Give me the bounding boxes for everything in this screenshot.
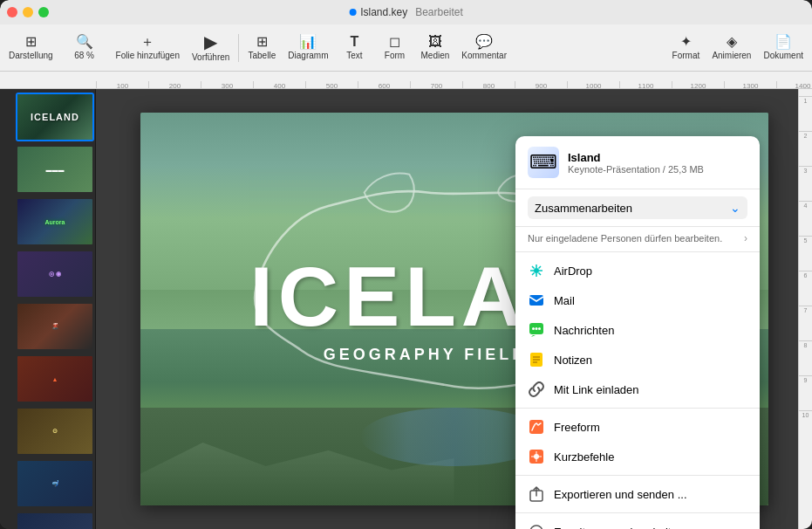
- vorfuehren-label: Vorführen: [192, 52, 229, 62]
- toolbar-tabelle[interactable]: ⊞ Tabelle: [242, 28, 281, 68]
- animieren-label: Animieren: [712, 51, 751, 60]
- svg-point-5: [538, 327, 541, 330]
- mit-link-icon: [528, 381, 545, 398]
- slide-preview-9: ●: [16, 512, 94, 529]
- toolbar-folie-hinzufuegen[interactable]: ＋ Folie hinzufügen: [111, 28, 185, 68]
- slide-thumb-1[interactable]: 1 ICELAND: [3, 93, 92, 141]
- ruler-mark: 700: [410, 81, 462, 88]
- svg-point-3: [532, 327, 535, 330]
- format-icon: ✦: [680, 35, 692, 49]
- darstellung-label: Darstellung: [9, 51, 53, 60]
- svg-point-4: [536, 327, 538, 330]
- toolbar-diagramm[interactable]: 📊 Diagramm: [283, 28, 333, 68]
- dokument-label: Dokument: [763, 51, 803, 60]
- notice-chevron-icon: ›: [744, 232, 747, 244]
- toolbar-dokument[interactable]: 📄 Dokument: [758, 28, 809, 68]
- menu-item-erweiterungen[interactable]: Erweiterungen bearbeiten ...: [515, 517, 760, 529]
- menu-divider-2: [515, 475, 760, 476]
- share-dropdown: ⌨ Island Keynote-Präsentation / 25,3 MB …: [515, 136, 760, 529]
- exportieren-icon: [528, 485, 545, 503]
- mail-label: Mail: [554, 294, 575, 307]
- toolbar-vorfuehren[interactable]: ▶ Vorführen: [187, 28, 235, 68]
- kurzbefehle-label: Kurzbefehle: [554, 450, 614, 464]
- file-name: Island.key: [360, 6, 407, 18]
- ruler-mark: 900: [515, 81, 567, 88]
- tabelle-icon: ⊞: [256, 35, 268, 49]
- ruler-mark: 1100: [619, 81, 672, 88]
- close-button[interactable]: [7, 7, 17, 17]
- exportieren-label: Exportieren und senden ...: [554, 488, 687, 501]
- freeform-label: Freeform: [554, 421, 600, 434]
- ruler-mark: 1400: [776, 81, 812, 88]
- menu-item-airdrop[interactable]: AirDrop: [515, 256, 760, 285]
- main-area: 1 ICELAND 2 ▬▬▬ 3 Aurora: [0, 89, 812, 529]
- ruler-mark: 1000: [567, 81, 619, 88]
- slide-preview-8: 🤿: [16, 459, 94, 508]
- traffic-lights: [7, 7, 49, 17]
- svg-rect-7: [529, 420, 543, 434]
- collab-chevron-icon: ⌄: [730, 201, 740, 215]
- zoomen-icon: 🔍: [76, 35, 93, 49]
- svg-point-9: [534, 454, 539, 459]
- slide-thumb-5[interactable]: 5 🌋: [3, 302, 92, 351]
- darstellung-icon: ⊞: [25, 35, 37, 49]
- slide-thumb-6[interactable]: 6 ▲: [3, 354, 92, 403]
- airdrop-label: AirDrop: [554, 264, 592, 278]
- file-name-label: Island: [568, 151, 747, 164]
- toolbar-format[interactable]: ✦ Format: [666, 28, 705, 68]
- notizen-icon: [528, 351, 545, 368]
- menu-item-nachrichten[interactable]: Nachrichten: [515, 315, 760, 345]
- form-icon: ◻: [389, 35, 400, 49]
- menu-item-exportieren[interactable]: Exportieren und senden ...: [515, 479, 760, 509]
- toolbar-zoomen[interactable]: 🔍 68 %: [60, 28, 109, 68]
- slide-preview-2: ▬▬▬: [16, 145, 94, 194]
- kommentar-icon: 💬: [475, 35, 493, 49]
- svg-point-11: [530, 526, 542, 529]
- menu-item-notizen[interactable]: Notizen: [515, 345, 760, 374]
- slide-thumb-2[interactable]: 2 ▬▬▬: [3, 145, 92, 194]
- slide-thumb-8[interactable]: 8 🤿: [3, 459, 92, 508]
- erweiterungen-label: Erweiterungen bearbeiten ...: [554, 526, 696, 530]
- toolbar-text[interactable]: T Text: [335, 28, 373, 68]
- menu-item-mail[interactable]: Mail: [515, 285, 760, 315]
- toolbar-animieren[interactable]: ◈ Animieren: [706, 28, 756, 68]
- maximize-button[interactable]: [38, 7, 49, 17]
- toolbar: ⊞ Darstellung 🔍 68 % ＋ Folie hinzufügen …: [0, 24, 812, 72]
- medien-icon: 🖼: [428, 35, 442, 49]
- slide-thumb-4[interactable]: 4 ◎ ◉: [3, 250, 92, 299]
- kurzbefehle-icon: [528, 448, 545, 465]
- kommentar-label: Kommentar: [461, 51, 507, 60]
- toolbar-form[interactable]: ◻ Form: [375, 28, 413, 68]
- zoom-label: 68 %: [74, 51, 94, 60]
- ruler-mark: 800: [462, 81, 515, 88]
- notice-text: Nur eingeladene Personen dürfen bearbeit…: [528, 233, 722, 244]
- slide-thumb-3[interactable]: 3 Aurora: [3, 197, 92, 246]
- collab-row: Zusammenarbeiten ⌄: [515, 189, 760, 227]
- vorfuehren-icon: ▶: [204, 33, 217, 51]
- medien-label: Medien: [420, 51, 449, 60]
- text-label: Text: [346, 51, 362, 60]
- menu-divider-1: [515, 408, 760, 409]
- ruler-mark: 200: [148, 81, 201, 88]
- slide-preview-7: ⊙: [16, 407, 94, 456]
- ruler-mark: 300: [201, 81, 253, 88]
- edit-status: Bearbeitet: [415, 6, 463, 18]
- minimize-button[interactable]: [23, 7, 33, 17]
- toolbar-kommentar[interactable]: 💬 Kommentar: [456, 28, 512, 68]
- menu-notice[interactable]: Nur eingeladene Personen dürfen bearbeit…: [515, 227, 760, 252]
- menu-item-freeform[interactable]: Freeform: [515, 412, 760, 442]
- airdrop-icon: [528, 262, 545, 279]
- toolbar-darstellung[interactable]: ⊞ Darstellung: [3, 28, 58, 68]
- toolbar-sep-1: [238, 34, 239, 62]
- slide-preview-6: ▲: [16, 354, 94, 403]
- slide-thumb-7[interactable]: 7 ⊙: [3, 407, 92, 456]
- slide-thumb-9[interactable]: 9 ●: [3, 512, 92, 529]
- menu-item-kurzbefehle[interactable]: Kurzbefehle: [515, 442, 760, 471]
- vertical-ruler: 1 2 3 4 5 6 7 8 9 10: [798, 89, 812, 529]
- menu-item-mit-link[interactable]: Mit Link einladen: [515, 374, 760, 404]
- slide-preview-5: 🌋: [16, 302, 94, 351]
- freeform-icon: [528, 418, 545, 436]
- toolbar-medien[interactable]: 🖼 Medien: [415, 28, 454, 68]
- collab-select[interactable]: Zusammenarbeiten ⌄: [528, 196, 747, 219]
- folie-label: Folie hinzufügen: [116, 51, 180, 60]
